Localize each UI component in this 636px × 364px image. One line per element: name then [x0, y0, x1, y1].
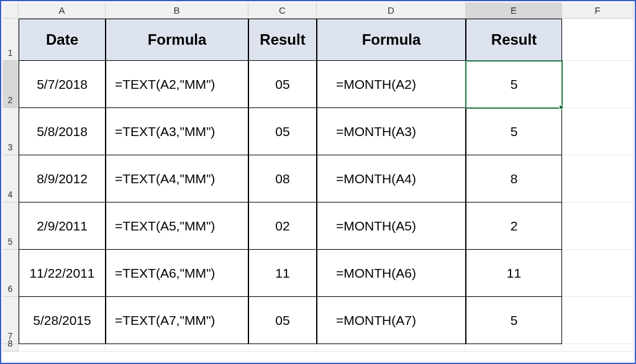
cell-A4[interactable]: 8/9/2012: [19, 155, 106, 202]
col-header-E[interactable]: E: [466, 2, 562, 19]
row-header-5[interactable]: 5: [2, 202, 19, 250]
cell-E3[interactable]: 5: [466, 108, 562, 155]
table-row: 3 5/8/2018 =TEXT(A3,"MM") 05 =MONTH(A3) …: [2, 108, 634, 155]
table-row: 4 8/9/2012 =TEXT(A4,"MM") 08 =MONTH(A4) …: [2, 155, 634, 202]
cell-F6[interactable]: [562, 250, 634, 297]
cell-F3[interactable]: [562, 108, 634, 155]
spreadsheet: A B C D E F 1 Date Formula Result Formul…: [2, 2, 634, 362]
cell-A5[interactable]: 2/9/2011: [19, 202, 106, 250]
row-header-8[interactable]: 8: [2, 344, 19, 352]
cell-A8[interactable]: [19, 344, 106, 352]
cell-A7[interactable]: 5/28/2015: [19, 297, 106, 344]
cell-D7[interactable]: =MONTH(A7): [317, 297, 466, 344]
cell-D6[interactable]: =MONTH(A6): [317, 250, 466, 297]
cell-A3[interactable]: 5/8/2018: [19, 108, 106, 155]
column-headers: A B C D E F: [2, 2, 634, 19]
cell-E6[interactable]: 11: [466, 250, 562, 297]
cell-D5[interactable]: =MONTH(A5): [317, 202, 466, 250]
col-header-B[interactable]: B: [106, 2, 248, 19]
cell-value: 5: [511, 77, 518, 92]
row-header-4[interactable]: 4: [2, 155, 19, 202]
cell-E2-selected[interactable]: 5: [466, 61, 562, 108]
table-row: 2 5/7/2018 =TEXT(A2,"MM") 05 =MONTH(A2) …: [2, 61, 634, 108]
cell-B4[interactable]: =TEXT(A4,"MM"): [106, 155, 248, 202]
cell-C8[interactable]: [248, 344, 317, 352]
cell-C4[interactable]: 08: [248, 155, 317, 202]
header-formula-2[interactable]: Formula: [317, 19, 466, 61]
row-header-6[interactable]: 6: [2, 250, 19, 297]
cell-D8[interactable]: [317, 344, 466, 352]
cell-F5[interactable]: [562, 202, 634, 250]
cell-C5[interactable]: 02: [248, 202, 317, 250]
grid-rows: 1 Date Formula Result Formula Result 2 5…: [2, 19, 634, 362]
header-result-1[interactable]: Result: [248, 19, 317, 61]
table-row: 5 2/9/2011 =TEXT(A5,"MM") 02 =MONTH(A5) …: [2, 202, 634, 250]
fill-handle[interactable]: [559, 105, 563, 109]
cell-C3[interactable]: 05: [248, 108, 317, 155]
row-header-7[interactable]: 7: [2, 297, 19, 344]
table-row: 8: [2, 344, 634, 352]
cell-A2[interactable]: 5/7/2018: [19, 61, 106, 108]
table-row: 6 11/22/2011 =TEXT(A6,"MM") 11 =MONTH(A6…: [2, 250, 634, 297]
cell-B8[interactable]: [106, 344, 248, 352]
cell-D4[interactable]: =MONTH(A4): [317, 155, 466, 202]
row-header-1[interactable]: 1: [2, 19, 19, 61]
col-header-A[interactable]: A: [19, 2, 106, 19]
select-all-corner[interactable]: [2, 2, 19, 19]
cell-E7[interactable]: 5: [466, 297, 562, 344]
cell-B3[interactable]: =TEXT(A3,"MM"): [106, 108, 248, 155]
cell-F8[interactable]: [562, 344, 634, 352]
cell-F4[interactable]: [562, 155, 634, 202]
row-header-3[interactable]: 3: [2, 108, 19, 155]
cell-B7[interactable]: =TEXT(A7,"MM"): [106, 297, 248, 344]
cell-E4[interactable]: 8: [466, 155, 562, 202]
cell-C2[interactable]: 05: [248, 61, 317, 108]
row-header-2[interactable]: 2: [2, 61, 19, 108]
cell-F7[interactable]: [562, 297, 634, 344]
col-header-D[interactable]: D: [317, 2, 466, 19]
cell-B6[interactable]: =TEXT(A6,"MM"): [106, 250, 248, 297]
cell-C6[interactable]: 11: [248, 250, 317, 297]
cell-D3[interactable]: =MONTH(A3): [317, 108, 466, 155]
cell-A6[interactable]: 11/22/2011: [19, 250, 106, 297]
table-row: 1 Date Formula Result Formula Result: [2, 19, 634, 61]
cell-F2[interactable]: [562, 61, 634, 108]
cell-D2[interactable]: =MONTH(A2): [317, 61, 466, 108]
cell-B5[interactable]: =TEXT(A5,"MM"): [106, 202, 248, 250]
header-date[interactable]: Date: [19, 19, 106, 61]
cell-F1[interactable]: [562, 19, 634, 61]
cell-E8[interactable]: [466, 344, 562, 352]
cell-B2[interactable]: =TEXT(A2,"MM"): [106, 61, 248, 108]
cell-C7[interactable]: 05: [248, 297, 317, 344]
table-row: 7 5/28/2015 =TEXT(A7,"MM") 05 =MONTH(A7)…: [2, 297, 634, 344]
cell-E5[interactable]: 2: [466, 202, 562, 250]
header-formula-1[interactable]: Formula: [106, 19, 248, 61]
col-header-F[interactable]: F: [562, 2, 634, 19]
col-header-C[interactable]: C: [248, 2, 317, 19]
header-result-2[interactable]: Result: [466, 19, 562, 61]
